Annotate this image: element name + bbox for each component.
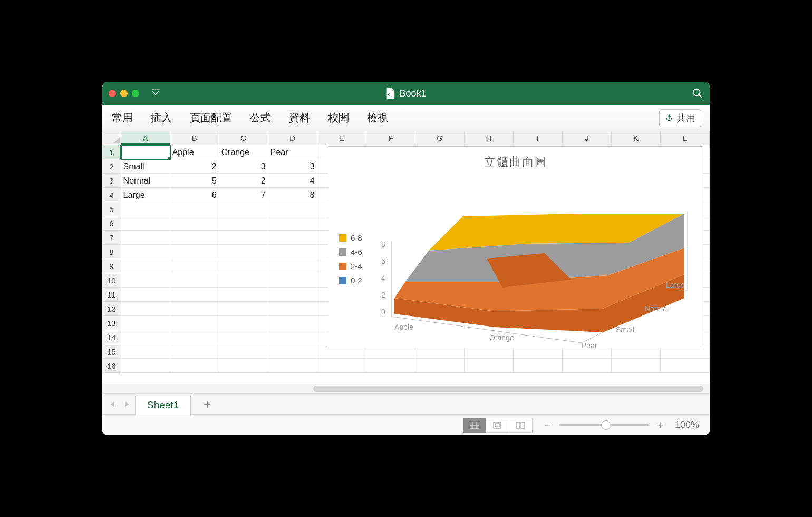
cell-E16[interactable] xyxy=(317,359,366,373)
column-header-G[interactable]: G xyxy=(415,131,465,145)
cell-H16[interactable] xyxy=(465,359,514,373)
cell-C11[interactable] xyxy=(219,288,268,302)
cell-D11[interactable] xyxy=(268,288,317,302)
cell-A14[interactable] xyxy=(121,330,170,344)
cell-D16[interactable] xyxy=(268,359,317,373)
cell-C6[interactable] xyxy=(219,216,268,231)
row-header[interactable]: 13 xyxy=(102,316,121,330)
tab-pagelayout[interactable]: 頁面配置 xyxy=(189,109,233,127)
cell-B11[interactable] xyxy=(170,288,219,302)
row-header[interactable]: 2 xyxy=(102,159,121,174)
cell-D6[interactable] xyxy=(268,216,317,231)
scrollbar-thumb[interactable] xyxy=(313,386,703,392)
cell-C12[interactable] xyxy=(219,302,268,316)
cell-L16[interactable] xyxy=(661,359,710,373)
cell-A10[interactable] xyxy=(121,273,170,288)
cell-A4[interactable]: Large xyxy=(121,188,170,202)
cell-B1[interactable]: Apple xyxy=(170,145,219,159)
column-header-C[interactable]: C xyxy=(219,131,268,145)
cell-I16[interactable] xyxy=(514,359,563,373)
cell-B3[interactable]: 5 xyxy=(170,174,219,188)
cell-D13[interactable] xyxy=(268,316,317,330)
cell-A12[interactable] xyxy=(121,302,170,316)
column-header-K[interactable]: K xyxy=(612,131,661,145)
column-header-I[interactable]: I xyxy=(514,131,563,145)
cell-C8[interactable] xyxy=(219,245,268,259)
cell-A8[interactable] xyxy=(121,245,170,259)
cell-B16[interactable] xyxy=(170,359,219,373)
cell-B10[interactable] xyxy=(170,273,219,288)
cell-D1[interactable]: Pear xyxy=(268,145,317,159)
minimize-window-icon[interactable] xyxy=(120,90,128,97)
cell-B4[interactable]: 6 xyxy=(170,188,219,202)
row-header[interactable]: 8 xyxy=(102,245,121,259)
tab-insert[interactable]: 插入 xyxy=(150,109,173,127)
quick-access-toggle-icon[interactable] xyxy=(152,89,159,98)
cell-A11[interactable] xyxy=(121,288,170,302)
cell-C3[interactable]: 2 xyxy=(219,174,268,188)
cell-A1[interactable] xyxy=(121,145,170,159)
cell-A7[interactable] xyxy=(121,231,170,245)
row-header[interactable]: 10 xyxy=(102,273,121,288)
column-header-B[interactable]: B xyxy=(170,131,219,145)
row-header[interactable]: 15 xyxy=(102,344,121,359)
column-header-H[interactable]: H xyxy=(465,131,514,145)
cell-D7[interactable] xyxy=(268,231,317,245)
cell-B6[interactable] xyxy=(170,216,219,231)
row-header[interactable]: 11 xyxy=(102,288,121,302)
horizontal-scrollbar[interactable] xyxy=(102,384,710,393)
cell-C15[interactable] xyxy=(219,344,268,359)
cell-B5[interactable] xyxy=(170,202,219,216)
cell-D12[interactable] xyxy=(268,302,317,316)
tab-data[interactable]: 資料 xyxy=(288,109,311,127)
cell-A13[interactable] xyxy=(121,316,170,330)
column-header-E[interactable]: E xyxy=(317,131,366,145)
page-break-view-button[interactable] xyxy=(509,418,533,433)
search-icon[interactable] xyxy=(692,88,703,99)
tab-review[interactable]: 校閱 xyxy=(327,109,350,127)
cell-D3[interactable]: 4 xyxy=(268,174,317,188)
cell-B8[interactable] xyxy=(170,245,219,259)
cell-A15[interactable] xyxy=(121,344,170,359)
cell-C7[interactable] xyxy=(219,231,268,245)
cell-K16[interactable] xyxy=(612,359,661,373)
select-all-corner[interactable] xyxy=(102,131,121,145)
cell-D5[interactable] xyxy=(268,202,317,216)
row-header[interactable]: 1 xyxy=(102,145,121,159)
cell-A5[interactable] xyxy=(121,202,170,216)
zoom-out-button[interactable]: − xyxy=(542,418,553,432)
cell-B2[interactable]: 2 xyxy=(170,159,219,174)
cell-A16[interactable] xyxy=(121,359,170,373)
cell-D9[interactable] xyxy=(268,259,317,273)
cell-A2[interactable]: Small xyxy=(121,159,170,174)
column-header-L[interactable]: L xyxy=(661,131,710,145)
page-layout-view-button[interactable] xyxy=(486,418,509,433)
row-header[interactable]: 12 xyxy=(102,302,121,316)
cell-C9[interactable] xyxy=(219,259,268,273)
cell-A3[interactable]: Normal xyxy=(121,174,170,188)
tab-home[interactable]: 常用 xyxy=(111,109,134,127)
cell-C2[interactable]: 3 xyxy=(219,159,268,174)
row-header[interactable]: 5 xyxy=(102,202,121,216)
cell-D4[interactable]: 8 xyxy=(268,188,317,202)
normal-view-button[interactable] xyxy=(463,418,486,433)
column-header-D[interactable]: D xyxy=(268,131,317,145)
cell-D14[interactable] xyxy=(268,330,317,344)
tab-formulas[interactable]: 公式 xyxy=(249,109,272,127)
row-header[interactable]: 14 xyxy=(102,330,121,344)
embedded-chart[interactable]: 立體曲面圖 6-8 4-6 2-4 0-2 8 6 4 2 0 xyxy=(328,146,703,348)
cell-C13[interactable] xyxy=(219,316,268,330)
cell-B7[interactable] xyxy=(170,231,219,245)
cell-A9[interactable] xyxy=(121,259,170,273)
sheet-tab-active[interactable]: Sheet1 xyxy=(135,396,191,415)
row-header[interactable]: 9 xyxy=(102,259,121,273)
row-header[interactable]: 4 xyxy=(102,188,121,202)
row-header[interactable]: 6 xyxy=(102,216,121,231)
add-sheet-button[interactable]: ＋ xyxy=(198,396,216,413)
close-window-icon[interactable] xyxy=(109,90,116,97)
cell-C4[interactable]: 7 xyxy=(219,188,268,202)
zoom-slider-knob[interactable] xyxy=(601,420,611,430)
cell-B13[interactable] xyxy=(170,316,219,330)
sheet-nav-next-icon[interactable] xyxy=(121,399,132,409)
tab-view[interactable]: 檢視 xyxy=(366,109,389,127)
